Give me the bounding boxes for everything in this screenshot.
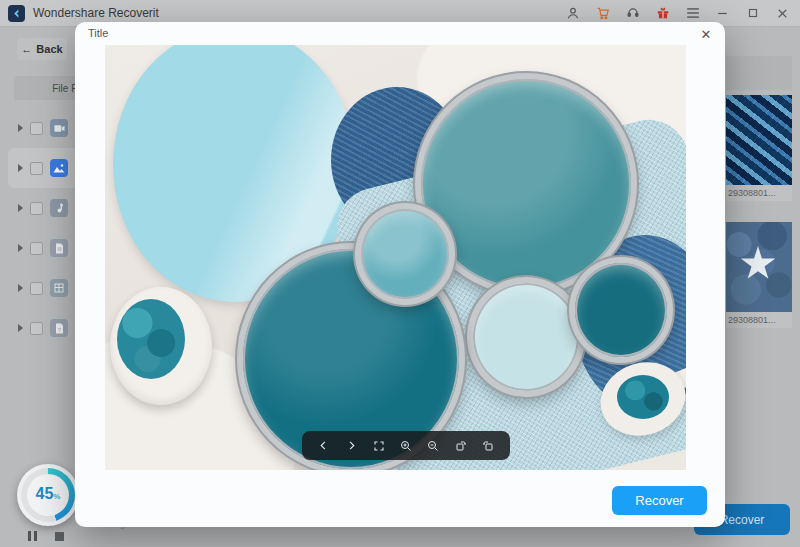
progress-arc: 45 %	[21, 468, 75, 522]
modal-close-icon[interactable]: ✕	[697, 25, 715, 43]
rotate-right-icon[interactable]	[453, 438, 469, 454]
scan-progress-ring: 45 %	[17, 464, 79, 526]
photo-checkbox[interactable]	[30, 162, 43, 175]
progress-percent-unit: %	[53, 492, 60, 501]
image-viewer-toolbar	[302, 431, 510, 460]
expand-caret-icon[interactable]	[18, 124, 23, 132]
photo-file-icon	[50, 159, 68, 177]
thumbnail-item[interactable]: 29308801...	[726, 95, 792, 201]
rotate-left-icon[interactable]	[480, 438, 496, 454]
other-file-icon: ?	[50, 319, 68, 337]
maximize-icon[interactable]	[745, 6, 760, 21]
menu-icon[interactable]	[685, 6, 700, 21]
titlebar-icons	[565, 6, 790, 21]
app-title: Wondershare Recoverit	[33, 6, 159, 20]
stop-icon[interactable]	[55, 532, 64, 541]
progress-percent: 45	[36, 486, 54, 502]
next-icon[interactable]	[343, 438, 359, 454]
video-file-icon	[50, 119, 68, 137]
expand-caret-icon[interactable]	[18, 204, 23, 212]
expand-caret-icon[interactable]	[18, 324, 23, 332]
blue-mosaic-thumbnail-image[interactable]	[726, 95, 792, 185]
gift-icon[interactable]	[655, 6, 670, 21]
user-icon[interactable]	[565, 6, 580, 21]
close-icon[interactable]	[775, 6, 790, 21]
prev-icon[interactable]	[316, 438, 332, 454]
audio-checkbox[interactable]	[30, 202, 43, 215]
expand-caret-icon[interactable]	[18, 284, 23, 292]
document-file-icon	[50, 239, 68, 257]
support-icon[interactable]	[625, 6, 640, 21]
starfish-shape	[740, 246, 776, 282]
paint-lid-dark-small	[569, 257, 673, 363]
thumbnail-filename: 29308801...	[726, 185, 792, 201]
audio-file-icon	[50, 199, 68, 217]
recoverit-logo-icon	[8, 5, 25, 22]
preview-photo	[105, 45, 686, 470]
results-thumbnail-panel: 29308801... 29308801...	[725, 50, 800, 480]
cart-icon[interactable]	[595, 6, 610, 21]
pigment-powder	[117, 299, 185, 379]
modal-title: Title	[88, 27, 108, 39]
paint-lid-pale-blue	[467, 277, 585, 397]
zoom-out-icon[interactable]	[425, 438, 441, 454]
other-checkbox[interactable]	[30, 322, 43, 335]
pause-icon[interactable]	[28, 531, 37, 541]
spoon-pigment	[617, 375, 669, 419]
paint-lid-medium	[355, 203, 455, 305]
preview-modal: Title ✕	[75, 22, 725, 527]
main-recover-label: Recover	[720, 513, 765, 527]
starfish-thumbnail-image[interactable]	[726, 222, 792, 312]
zoom-in-icon[interactable]	[398, 438, 414, 454]
svg-text:?: ?	[58, 326, 61, 332]
video-checkbox[interactable]	[30, 122, 43, 135]
recover-button-label: Recover	[635, 493, 683, 508]
expand-caret-icon[interactable]	[18, 244, 23, 252]
spreadsheet-checkbox[interactable]	[30, 282, 43, 295]
fullscreen-icon[interactable]	[371, 438, 387, 454]
scan-controls	[28, 531, 64, 541]
expand-caret-icon[interactable]	[18, 164, 23, 172]
back-button[interactable]: ← Back	[17, 38, 67, 60]
thumbnail-filename: 29308801...	[726, 312, 792, 328]
spreadsheet-file-icon	[50, 279, 68, 297]
thumbnail-item[interactable]: 29308801...	[726, 222, 792, 328]
minimize-icon[interactable]	[715, 6, 730, 21]
thumbnail-placeholder	[726, 56, 792, 90]
back-arrow-icon: ←	[21, 43, 32, 55]
document-checkbox[interactable]	[30, 242, 43, 255]
recover-button[interactable]: Recover	[612, 486, 707, 515]
back-label: Back	[36, 43, 62, 55]
